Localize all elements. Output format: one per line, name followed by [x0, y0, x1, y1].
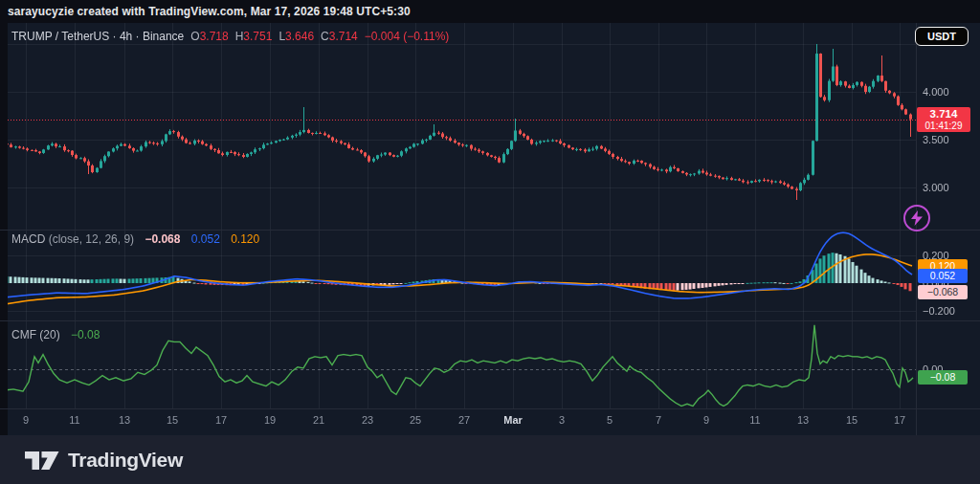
footer-bar: TradingView — [0, 435, 980, 484]
chart-canvas[interactable] — [0, 23, 980, 435]
tradingview-logo-icon — [25, 447, 59, 473]
attribution-text: sarayucyzie created with TradingView.com… — [8, 5, 411, 18]
boost-icon[interactable] — [903, 205, 930, 231]
tradingview-snapshot: sarayucyzie created with TradingView.com… — [0, 0, 980, 484]
brand-name: TradingView — [68, 449, 183, 472]
chart-area: TRUMP / TetherUS · 4h · BinanceO3.718H3.… — [0, 23, 980, 435]
tradingview-logo: TradingView — [25, 447, 183, 473]
currency-toggle-button[interactable]: USDT — [915, 27, 969, 46]
attribution-bar: sarayucyzie created with TradingView.com… — [0, 0, 980, 23]
lightning-icon — [910, 210, 924, 226]
